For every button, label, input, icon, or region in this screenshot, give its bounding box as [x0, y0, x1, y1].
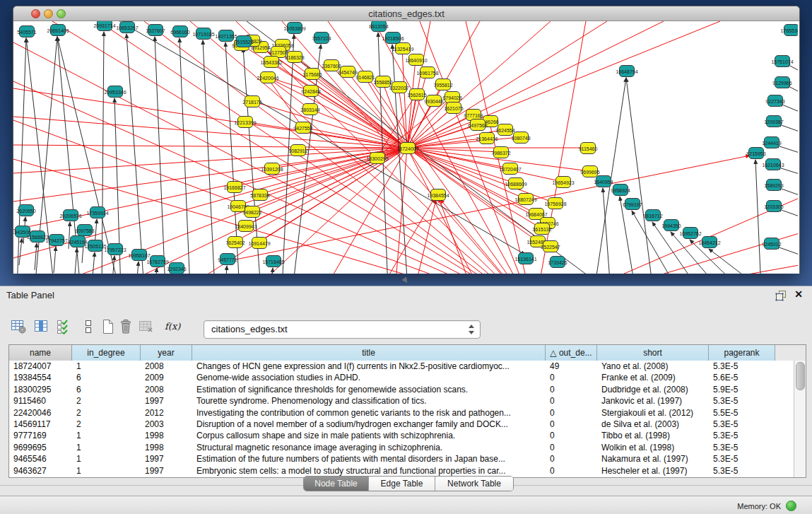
network-node[interactable]: 7557224: [314, 32, 329, 44]
network-node[interactable]: 9097588: [77, 224, 93, 236]
network-node[interactable]: 1244419: [764, 136, 779, 148]
network-node[interactable]: 9816712: [645, 209, 661, 221]
network-node[interactable]: 9498222: [245, 206, 260, 218]
network-node[interactable]: 12213399: [237, 116, 253, 128]
network-node[interactable]: 9227343: [767, 95, 783, 107]
network-node[interactable]: 8186328: [287, 51, 302, 63]
network-node[interactable]: 16782759: [150, 255, 165, 267]
network-node[interactable]: 19166827: [227, 181, 242, 193]
network-node[interactable]: 1558852: [375, 76, 391, 88]
network-node[interactable]: 10653267: [119, 21, 135, 33]
network-node[interactable]: 7625402: [228, 236, 243, 248]
network-node[interactable]: 1080748: [513, 132, 529, 144]
network-node[interactable]: 2718176: [245, 95, 260, 107]
network-node[interactable]: 15718485: [266, 255, 281, 267]
network-node[interactable]: 18640910: [408, 54, 424, 66]
tab-edge-table[interactable]: Edge Table: [369, 477, 435, 491]
network-node[interactable]: 7515526: [236, 35, 252, 47]
table-row[interactable]: 1938455462009Genome-wide association stu…: [9, 372, 794, 383]
network-node[interactable]: 9146821: [358, 71, 373, 83]
network-canvas[interactable]: 1872400796601248912954122260589127508818…: [13, 21, 798, 274]
network-node[interactable]: 18454212: [702, 236, 717, 248]
network-node[interactable]: 2620650: [18, 204, 34, 216]
network-node[interactable]: 17359934: [90, 206, 105, 218]
network-node[interactable]: 9129966: [775, 76, 790, 88]
network-node[interactable]: 2522547: [543, 240, 558, 252]
network-node[interactable]: 9082912: [290, 144, 306, 156]
new-document-icon[interactable]: [99, 317, 117, 337]
network-node[interactable]: 9930448: [426, 95, 442, 107]
network-node[interactable]: 17655344: [784, 24, 798, 36]
column-header-short[interactable]: short: [597, 345, 709, 361]
float-window-icon[interactable]: [775, 290, 787, 301]
column-header-pagerank[interactable]: pagerank: [709, 345, 775, 361]
network-node[interactable]: 7955812: [435, 78, 451, 90]
column-header-out_de[interactable]: △ out_de...: [546, 345, 597, 361]
function-fx-icon[interactable]: f(x): [163, 317, 181, 337]
network-node[interactable]: 9427552: [295, 122, 311, 134]
table-selector-dropdown[interactable]: citations_edges.txt: [204, 320, 481, 339]
table-row[interactable]: 911546021997Tourette syndrome. Phenomeno…: [9, 395, 794, 407]
network-node[interactable]: 16053809: [287, 22, 302, 34]
network-node[interactable]: 1245194: [70, 235, 86, 247]
network-node[interactable]: 16961758: [420, 66, 435, 78]
memory-indicator-icon[interactable]: [786, 501, 796, 511]
network-node[interactable]: 1640954: [596, 175, 611, 187]
delete-trash-icon[interactable]: [117, 317, 136, 337]
column-header-in_degree[interactable]: in_degree: [72, 345, 141, 361]
network-node[interactable]: 3624554: [498, 124, 513, 136]
network-node[interactable]: 10688609: [508, 177, 524, 189]
network-node[interactable]: 17957223: [107, 243, 123, 255]
network-node[interactable]: 21364436: [479, 132, 495, 144]
network-node[interactable]: 17942757: [49, 234, 64, 246]
network-node[interactable]: 1615132: [534, 223, 550, 235]
network-node[interactable]: 10719185: [196, 28, 211, 40]
tab-node-table[interactable]: Node Table: [304, 477, 369, 491]
network-node[interactable]: 1733426: [550, 256, 565, 268]
network-node[interactable]: 6799197: [625, 198, 640, 210]
network-node[interactable]: 10391208: [264, 163, 280, 175]
network-node[interactable]: 18720407: [502, 163, 518, 175]
network-node[interactable]: 14071355: [218, 30, 234, 42]
network-node[interactable]: 20691406: [50, 24, 66, 36]
table-column-icon[interactable]: [33, 317, 51, 337]
network-node[interactable]: 1203305: [766, 200, 782, 212]
network-node[interactable]: 19756928: [548, 197, 563, 209]
network-node[interactable]: 16914479: [252, 237, 267, 249]
network-node[interactable]: 18724007: [400, 142, 416, 154]
network-node[interactable]: 9115460: [580, 142, 596, 154]
network-node[interactable]: 1621075: [446, 102, 461, 114]
network-node[interactable]: 7986372: [493, 146, 509, 158]
table-row[interactable]: 2242004622012Investigating the contribut…: [9, 407, 794, 419]
column-header-year[interactable]: year: [141, 345, 192, 361]
network-node[interactable]: 5878334: [252, 189, 268, 201]
network-node[interactable]: 11325419: [395, 42, 411, 54]
network-node[interactable]: 10958107: [131, 249, 147, 261]
network-node[interactable]: 8813054: [371, 21, 387, 32]
network-node[interactable]: 1292346: [169, 262, 184, 274]
network-node[interactable]: 15751074: [775, 55, 790, 67]
network-node[interactable]: 19654923: [555, 176, 571, 188]
network-node[interactable]: 18543382: [264, 56, 279, 68]
network-node[interactable]: 9958924: [613, 184, 628, 196]
network-node[interactable]: 6497568: [470, 119, 486, 131]
network-node[interactable]: 19384554: [430, 189, 446, 201]
table-row[interactable]: 946554611997Estimation of the future num…: [9, 453, 794, 465]
network-node[interactable]: 1589293: [766, 179, 782, 191]
table-row[interactable]: 1830029562008Estimation of significance …: [9, 384, 794, 395]
select-all-check-icon[interactable]: [55, 317, 73, 337]
network-node[interactable]: 12505135: [88, 240, 103, 252]
network-node[interactable]: 19218506: [385, 32, 401, 44]
network-node[interactable]: 20206576: [63, 209, 78, 221]
network-node[interactable]: 18300295: [370, 152, 385, 164]
tab-network-table[interactable]: Network Table: [435, 477, 513, 491]
swap-rows-icon[interactable]: [79, 317, 98, 337]
network-node[interactable]: 20931714: [97, 21, 112, 31]
network-node[interactable]: 2803144: [302, 103, 318, 115]
vertical-scrollbar[interactable]: [794, 361, 806, 477]
network-node[interactable]: 1994350: [664, 219, 679, 231]
column-header-title[interactable]: title: [192, 345, 546, 361]
network-node[interactable]: 1562615: [409, 88, 425, 100]
table-row[interactable]: 1872400712008Changes of HCN gene express…: [9, 361, 794, 372]
network-node[interactable]: 9245012: [764, 238, 779, 250]
